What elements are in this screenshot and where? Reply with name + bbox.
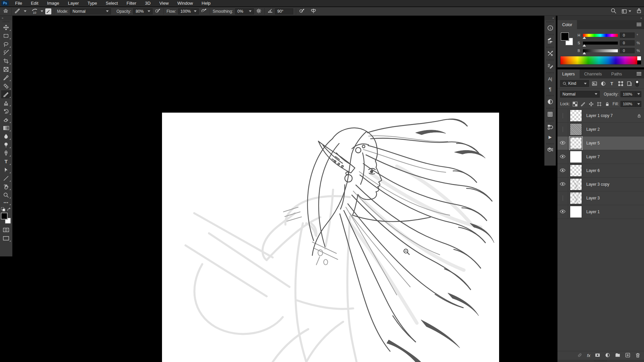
layer-row[interactable]: Layer 1 bbox=[557, 205, 644, 219]
layer-visibility-toggle[interactable] bbox=[557, 123, 568, 136]
menu-filter[interactable]: Filter bbox=[122, 0, 141, 7]
layer-row[interactable]: Layer 3 bbox=[557, 191, 644, 205]
frame-tool[interactable] bbox=[1, 65, 11, 73]
history-brush-tool[interactable] bbox=[1, 107, 11, 115]
menu-3d[interactable]: 3D bbox=[141, 0, 155, 7]
libraries-panel-icon[interactable] bbox=[544, 145, 556, 155]
lasso-tool[interactable] bbox=[1, 40, 11, 48]
tab-color[interactable]: Color bbox=[557, 20, 577, 29]
layer-name[interactable]: Layer 7 bbox=[584, 150, 634, 164]
airbrush-icon[interactable] bbox=[201, 8, 207, 15]
gradient-tool[interactable] bbox=[1, 124, 11, 132]
toolbar-grip[interactable] bbox=[3, 21, 10, 22]
add-layer-mask-icon[interactable] bbox=[595, 352, 600, 359]
layer-thumbnail[interactable] bbox=[570, 165, 582, 177]
blend-mode-dropdown[interactable]: Normal bbox=[70, 8, 111, 14]
character-panel-icon[interactable]: A| bbox=[544, 74, 556, 84]
smoothing-dropdown[interactable]: 0% bbox=[235, 8, 254, 14]
layer-name[interactable]: Layer 2 bbox=[584, 123, 634, 136]
brush-size-preview[interactable]: 10 bbox=[32, 8, 37, 14]
color-spectrum-ramp[interactable] bbox=[560, 56, 641, 65]
paint-symmetry-butterfly-icon[interactable] bbox=[310, 8, 317, 15]
layer-visibility-toggle[interactable] bbox=[557, 178, 568, 191]
saturation-slider-handle[interactable] bbox=[583, 44, 586, 47]
filter-type-layers-icon[interactable]: T bbox=[608, 80, 615, 87]
quick-mask-toggle[interactable] bbox=[1, 226, 11, 234]
menu-view[interactable]: View bbox=[155, 0, 173, 7]
layer-name[interactable]: Layer 6 bbox=[584, 164, 634, 177]
hue-slider[interactable] bbox=[583, 34, 618, 37]
photoshop-logo-icon[interactable]: Ps bbox=[1, 1, 9, 6]
layer-fill-field[interactable]: 100% bbox=[621, 101, 636, 107]
tab-channels[interactable]: Channels bbox=[580, 69, 607, 78]
layer-visibility-toggle[interactable] bbox=[557, 150, 568, 164]
brush-angle-field[interactable]: 90° bbox=[275, 8, 293, 14]
history-panel-icon[interactable] bbox=[544, 122, 556, 132]
layer-opacity-chevron[interactable] bbox=[636, 91, 641, 97]
tool-preset-chevron-icon[interactable] bbox=[24, 10, 26, 12]
zoom-tool[interactable] bbox=[1, 191, 11, 199]
search-icon[interactable] bbox=[610, 8, 616, 15]
info-panel-icon[interactable] bbox=[544, 23, 556, 33]
share-image-icon[interactable] bbox=[636, 8, 642, 15]
layer-thumbnail[interactable] bbox=[570, 110, 582, 122]
menu-select[interactable]: Select bbox=[101, 0, 122, 7]
brushes-panel-icon[interactable] bbox=[544, 36, 556, 46]
home-icon[interactable] bbox=[3, 8, 9, 15]
link-layers-icon[interactable] bbox=[577, 352, 583, 359]
opacity-dropdown[interactable]: 80% bbox=[133, 8, 153, 14]
filter-adjustment-layers-icon[interactable] bbox=[599, 80, 607, 87]
brightness-value-field[interactable]: 0 bbox=[620, 48, 635, 53]
pressure-size-icon[interactable] bbox=[299, 8, 305, 15]
patterns-panel-icon[interactable] bbox=[544, 109, 556, 119]
color-foreground-swatch[interactable] bbox=[561, 33, 569, 41]
layer-name[interactable]: Layer 1 copy 7 bbox=[584, 109, 634, 122]
layer-thumbnail[interactable] bbox=[570, 123, 582, 135]
spectrum-white-swatch[interactable] bbox=[637, 56, 641, 60]
panel-resize-handle[interactable] bbox=[557, 360, 644, 362]
layer-blend-mode-dropdown[interactable]: Normal bbox=[560, 91, 600, 98]
layer-thumbnail[interactable] bbox=[570, 137, 582, 149]
edit-toolbar-ellipsis[interactable]: ••• bbox=[1, 199, 11, 206]
adjustments-panel-icon[interactable] bbox=[544, 97, 556, 107]
layer-thumbnail[interactable] bbox=[570, 206, 582, 218]
color-panel-menu-icon[interactable] bbox=[637, 23, 641, 26]
paragraph-panel-icon[interactable]: ¶ bbox=[544, 84, 556, 94]
color-panel-swatches[interactable] bbox=[561, 33, 574, 47]
quick-selection-tool[interactable] bbox=[1, 48, 11, 57]
spot-healing-brush-tool[interactable] bbox=[1, 82, 11, 90]
layer-row[interactable]: Layer 1 copy 7 bbox=[557, 109, 644, 123]
menu-help[interactable]: Help bbox=[197, 0, 215, 7]
tab-paths[interactable]: Paths bbox=[606, 69, 627, 78]
brush-settings-panel-icon[interactable] bbox=[544, 61, 556, 71]
type-tool[interactable]: T bbox=[1, 157, 11, 166]
flow-dropdown[interactable]: 100% bbox=[178, 8, 199, 14]
foreground-background-swatches[interactable] bbox=[1, 213, 11, 224]
brightness-slider-handle[interactable] bbox=[583, 52, 586, 54]
layer-filtering-toggle[interactable] bbox=[635, 80, 639, 87]
new-group-folder-icon[interactable] bbox=[615, 352, 621, 359]
lock-pixels-icon[interactable] bbox=[580, 102, 586, 107]
lock-transparency-icon[interactable] bbox=[572, 102, 578, 107]
layers-panel-menu-icon[interactable] bbox=[637, 72, 641, 75]
pen-tool[interactable] bbox=[1, 149, 11, 157]
pressure-opacity-icon[interactable] bbox=[155, 8, 161, 15]
menu-file[interactable]: File bbox=[11, 0, 26, 7]
layer-row[interactable]: Layer 3 copy bbox=[557, 178, 644, 191]
move-tool[interactable] bbox=[1, 23, 11, 32]
default-colors-icon[interactable] bbox=[1, 207, 5, 212]
brush-picker-chevron-icon[interactable] bbox=[41, 10, 43, 12]
pasteboard[interactable] bbox=[12, 16, 557, 362]
filter-shape-layers-icon[interactable] bbox=[617, 80, 624, 87]
blur-tool[interactable] bbox=[1, 132, 11, 140]
panel-dock-collapse-chevron[interactable]: » bbox=[557, 16, 644, 20]
saturation-value-field[interactable]: 0 bbox=[620, 40, 635, 46]
layer-fill-chevron[interactable] bbox=[636, 101, 641, 107]
path-selection-tool[interactable] bbox=[1, 166, 11, 174]
layer-name[interactable]: Layer 1 bbox=[584, 205, 634, 219]
line-tool[interactable] bbox=[1, 174, 11, 182]
clone-stamp-tool[interactable] bbox=[1, 99, 11, 107]
dock-expand-chevron[interactable]: « bbox=[544, 16, 556, 20]
menu-edit[interactable]: Edit bbox=[26, 0, 43, 7]
delete-layer-trash-icon[interactable] bbox=[635, 352, 641, 359]
